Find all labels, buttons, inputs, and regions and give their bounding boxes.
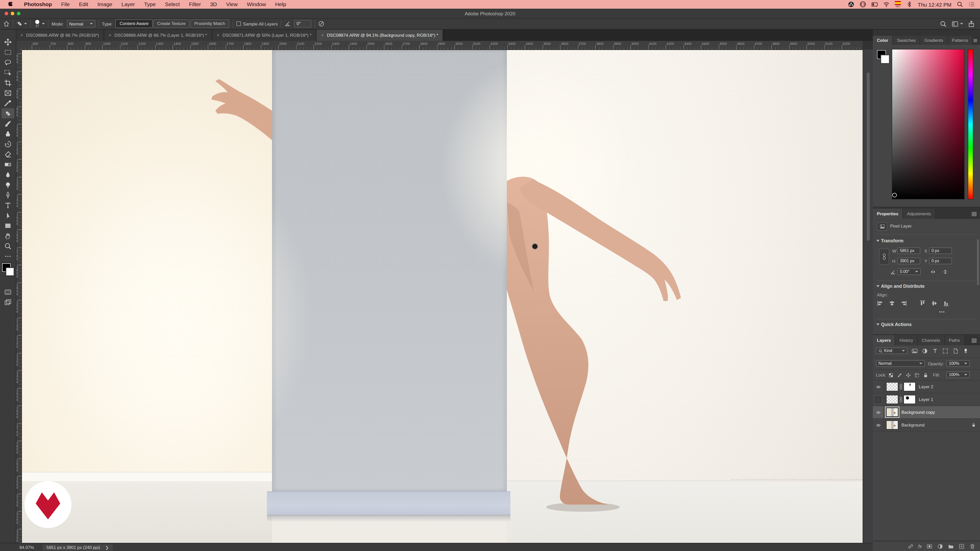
close-tab-icon[interactable]: ×	[109, 33, 111, 38]
document-tab[interactable]: ×DSC08874.ARW @ 94.1% (Background copy, …	[317, 30, 443, 41]
rotate-angle-field[interactable]: 0.00°	[897, 268, 921, 275]
properties-tab-adjustments[interactable]: Adjustments	[903, 209, 935, 219]
frame-tool[interactable]	[2, 88, 14, 98]
sample-all-layers-toggle[interactable]: Sample All Layers	[236, 21, 278, 26]
ruler-origin[interactable]	[16, 41, 22, 50]
layer-filter-kind-select[interactable]: Kind	[876, 348, 907, 354]
type-button-proximity-match[interactable]: Proximity Match	[190, 19, 229, 28]
new-layer-icon[interactable]	[959, 543, 965, 549]
panel-menu-icon[interactable]	[973, 37, 977, 44]
zoom-level[interactable]: 94.07%	[19, 545, 34, 550]
saturation-brightness-picker[interactable]	[892, 49, 965, 200]
layer-visibility-toggle[interactable]	[873, 419, 884, 431]
properties-tab-properties[interactable]: Properties	[873, 209, 903, 219]
add-adjustment-icon[interactable]	[937, 543, 943, 549]
menu-item-select[interactable]: Select	[160, 1, 184, 7]
sidecar-display-icon[interactable]	[871, 1, 878, 8]
align-right-icon[interactable]	[900, 300, 907, 306]
pen-tool[interactable]	[2, 190, 14, 200]
y-field[interactable]: 0 px	[929, 258, 952, 264]
flip-vertical-icon[interactable]	[942, 269, 948, 275]
quick-actions-section-header[interactable]: Quick Actions	[877, 322, 912, 327]
hue-slider[interactable]	[968, 49, 974, 200]
layer-row-layer-2[interactable]: Layer 2	[873, 381, 980, 393]
angle-field[interactable]: 0°	[294, 20, 311, 27]
document-tab[interactable]: ×DSC08866.ARW @ 66.7% (RGB/16*)	[16, 30, 104, 41]
eraser-tool[interactable]	[2, 149, 14, 159]
layer-name[interactable]: Background	[901, 422, 924, 427]
close-tab-icon[interactable]: ×	[21, 33, 23, 38]
color-picker-handle[interactable]	[892, 193, 897, 197]
screen-mode-tool[interactable]	[2, 297, 14, 307]
opacity-field[interactable]: 100%	[946, 360, 970, 367]
menu-item-view[interactable]: View	[221, 1, 242, 7]
tool-preset-picker[interactable]	[16, 21, 27, 27]
layers-tab-layers[interactable]: Layers	[873, 335, 896, 345]
lasso-tool[interactable]	[2, 57, 14, 67]
panel-menu-icon[interactable]	[971, 210, 977, 217]
layer-thumbnail[interactable]	[886, 382, 898, 391]
color-tab-color[interactable]: Color	[873, 36, 893, 45]
layer-row-layer-1[interactable]: Layer 1	[873, 393, 980, 406]
dodge-tool[interactable]	[2, 179, 14, 190]
align-more-button[interactable]: •••	[939, 310, 945, 314]
edit-toolbar-tool[interactable]	[2, 251, 14, 261]
new-group-icon[interactable]	[948, 543, 954, 549]
layer-name[interactable]: Background copy	[901, 410, 935, 415]
delete-layer-icon[interactable]	[969, 543, 975, 549]
background-color-chip[interactable]	[881, 55, 889, 63]
mode-select[interactable]: Normal	[67, 20, 95, 27]
document-tab[interactable]: ×DSC08871.ARW @ 50% (Layer 1, RGB/16*) *	[212, 30, 317, 41]
status-chevron-icon[interactable]: ❯	[105, 545, 108, 550]
shape-filter-icon[interactable]	[942, 348, 948, 354]
layer-visibility-toggle[interactable]	[873, 406, 884, 418]
layers-tab-history[interactable]: History	[896, 335, 918, 345]
layer-fx-icon[interactable]: fx	[918, 544, 922, 549]
tablet-pressure-icon[interactable]	[318, 21, 325, 27]
type-filter-icon[interactable]	[932, 348, 938, 354]
align-top-icon[interactable]	[919, 300, 926, 306]
path-selection-tool[interactable]	[2, 210, 14, 221]
share-icon[interactable]	[968, 20, 975, 27]
keyboard-layout-flag-icon[interactable]: ISO	[895, 1, 901, 8]
layer-row-background-copy[interactable]: Background copy	[873, 406, 980, 419]
transform-section-header[interactable]: Transform	[877, 238, 904, 243]
layer-mask-thumbnail[interactable]	[904, 382, 916, 391]
vertical-scrollbar-thumb[interactable]	[867, 73, 870, 241]
background-color[interactable]	[6, 268, 14, 275]
rectangular-marquee-tool[interactable]	[2, 47, 14, 57]
type-tool[interactable]	[2, 200, 14, 210]
layer-thumbnail[interactable]	[886, 408, 898, 417]
home-icon[interactable]	[3, 21, 10, 27]
image-filter-icon[interactable]	[912, 348, 918, 354]
spot-healing-brush-tool[interactable]	[2, 108, 14, 118]
menu-item-type[interactable]: Type	[140, 1, 161, 7]
menu-item-photoshop[interactable]: Photoshop	[19, 1, 57, 7]
close-tab-icon[interactable]: ×	[217, 33, 220, 38]
menu-item-edit[interactable]: Edit	[75, 1, 93, 7]
flip-horizontal-icon[interactable]	[930, 269, 936, 275]
move-tool[interactable]	[2, 37, 14, 47]
width-field[interactable]: 5851 px	[897, 248, 920, 254]
layer-visibility-toggle[interactable]	[873, 381, 884, 393]
filter-toggle-icon[interactable]	[963, 348, 969, 354]
type-button-content-aware[interactable]: Content-Aware	[116, 19, 153, 28]
workspace-switcher[interactable]	[951, 20, 963, 27]
menu-item-help[interactable]: Help	[270, 1, 291, 7]
brush-tool[interactable]	[2, 118, 14, 129]
search-icon[interactable]	[940, 20, 947, 27]
document-canvas[interactable]	[21, 49, 862, 543]
menu-item-file[interactable]: File	[57, 1, 75, 7]
lock-move-icon[interactable]	[905, 372, 911, 378]
wifi-icon[interactable]	[883, 1, 890, 8]
height-field[interactable]: 3901 px	[897, 258, 920, 264]
control-center-icon[interactable]	[968, 1, 975, 8]
blur-tool[interactable]	[2, 169, 14, 179]
document-tab[interactable]: ×DSC08868.ARW @ 66.7% (Layer 1, RGB/16*)…	[104, 30, 212, 41]
gradient-tool[interactable]	[2, 159, 14, 169]
brush-size-picker[interactable]: 27	[34, 20, 45, 27]
layer-thumbnail[interactable]	[886, 395, 898, 404]
menu-item-layer[interactable]: Layer	[117, 1, 140, 7]
lock-paint-icon[interactable]	[897, 372, 902, 378]
add-mask-icon[interactable]	[926, 543, 932, 549]
